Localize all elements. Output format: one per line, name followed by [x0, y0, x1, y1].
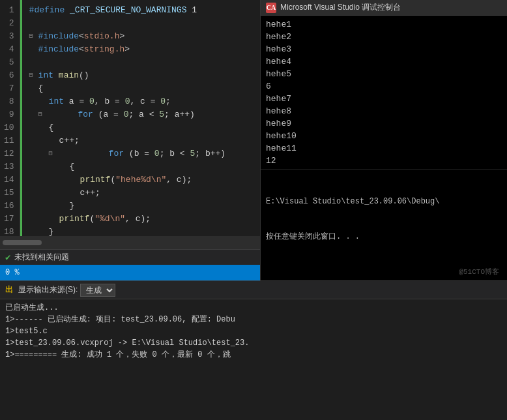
console-watermark: @51CTO博客 — [459, 266, 499, 278]
console-titlebar: CA Microsoft Visual Studio 调试控制台 — [261, 0, 507, 16]
code-line: printf("%d\n", c); — [25, 213, 255, 226]
console-line: hehe2 — [266, 31, 502, 43]
printf-args: , c); — [166, 173, 192, 187]
num-0b: 0 — [125, 95, 130, 108]
fn-parens: () — [79, 69, 89, 82]
code-line: ⊟#include<stdio.h> — [25, 30, 255, 43]
problems-text: 未找到相关问题 — [14, 252, 69, 263]
scroll-row — [0, 236, 260, 249]
str-hehe: "hehe%d\n" — [115, 173, 166, 187]
console-line: hehe11 — [266, 142, 502, 155]
output-source-select[interactable]: 生成 — [80, 284, 115, 297]
editor-panel: 12345 678910 1112131415 1617181920 21 #d… — [0, 0, 261, 280]
include-file2: < — [79, 43, 84, 56]
num-0d: 0 — [124, 108, 129, 121]
console-panel: CA Microsoft Visual Studio 调试控制台 hehe1he… — [261, 0, 507, 280]
code-line: ⊟ for (b = 0; b < 5; b++) — [25, 147, 255, 160]
fold-icon2[interactable]: ⊟ — [29, 69, 37, 82]
code-content[interactable]: #define _CRT_SECURE_NO_WARNINGS 1 ⊟#incl… — [20, 0, 260, 236]
bookmark-bar — [20, 0, 22, 236]
keyword-for2: for — [58, 147, 129, 160]
comma1: , b = — [94, 95, 125, 108]
code-line: ⊟int main() — [25, 69, 255, 82]
fold-icon[interactable]: ⊟ — [29, 30, 37, 43]
brace-close: } — [70, 200, 75, 213]
code-area: 12345 678910 1112131415 1617181920 21 #d… — [0, 0, 260, 236]
code-line: c++; — [25, 187, 255, 200]
output-line: 1>========= 生成: 成功 1 个，失败 0 个，最新 0 个，跳 — [5, 349, 502, 361]
include-name2: string.h — [84, 43, 124, 56]
fold-icon4[interactable]: ⊟ — [49, 147, 57, 160]
console-app-icon: CA — [266, 3, 276, 13]
output-line: 1>------ 已启动生成: 项目: test_23.09.06, 配置: D… — [5, 314, 502, 325]
stmt-c-inc: c++; — [59, 134, 80, 147]
keyword-include2: #include — [38, 43, 79, 56]
code-line — [25, 56, 255, 69]
console-line: hehe10 — [266, 130, 502, 142]
output-source: 显示输出来源(S): 生成 — [18, 284, 115, 297]
code-line — [25, 17, 255, 30]
brace-close2: } — [49, 226, 54, 236]
macro-value: 1 — [186, 4, 197, 17]
keyword-define: #define — [29, 4, 70, 17]
num-0e: 0 — [154, 147, 160, 160]
for-cond-b3: ; b++) — [195, 147, 225, 160]
console-footer: E:\Visual Studio\test_23.09.06\Debug\ 按任… — [261, 169, 507, 280]
output-source-label: 显示输出来源(S): — [18, 284, 78, 295]
console-title: Microsoft Visual Studio 调试控制台 — [280, 2, 401, 13]
output-header: 出 显示输出来源(S): 生成 — [0, 281, 507, 299]
for-cond-a3: ; a++) — [164, 108, 195, 121]
code-line: } — [25, 226, 255, 236]
console-line: hehe4 — [266, 55, 502, 68]
fn-main: main — [59, 69, 79, 82]
console-line: hehe3 — [266, 43, 502, 55]
main-area: 12345 678910 1112131415 1617181920 21 #d… — [0, 0, 507, 280]
output-line: 1>test5.c — [5, 325, 502, 337]
brace-open: { — [38, 82, 44, 95]
zoom-level: 0 % — [5, 268, 20, 277]
fold-icon3[interactable]: ⊟ — [38, 108, 46, 121]
printf-paren2: ( — [89, 213, 94, 226]
code-line: { — [25, 82, 255, 95]
printf-paren: ( — [110, 173, 115, 187]
console-line: hehe8 — [266, 105, 502, 117]
console-press-key: 按任意键关闭此窗口. . . — [266, 231, 502, 243]
console-line: 6 — [266, 80, 502, 93]
keyword-int: int — [38, 69, 59, 82]
num-0c: 0 — [160, 95, 166, 108]
var-a: a = — [69, 95, 89, 108]
code-line: printf("hehe%d\n", c); — [25, 173, 255, 187]
output-line: 1>test_23.09.06.vcxproj -> E:\Visual Stu… — [5, 337, 502, 349]
include-close2: > — [124, 43, 130, 56]
line-numbers: 12345 678910 1112131415 1617181920 21 — [0, 0, 20, 236]
code-line: { — [25, 121, 255, 134]
stmt-c-inc2: c++; — [80, 187, 100, 200]
code-line: int a = 0, b = 0, c = 0; — [25, 95, 255, 108]
include-name: stdio.h — [84, 30, 120, 43]
console-line: 12 — [266, 155, 502, 167]
code-line: ⊟ for (a = 0; a < 5; a++) — [25, 108, 255, 121]
code-line: c++; — [25, 134, 255, 147]
output-tab-label[interactable]: 出 — [5, 284, 13, 295]
console-line: hehe5 — [266, 68, 502, 80]
code-line: #include<string.h> — [25, 43, 255, 56]
keyword-for: for — [48, 108, 98, 121]
code-line: } — [25, 200, 255, 213]
code-line: { — [25, 160, 255, 173]
output-line: 已启动生成... — [5, 302, 502, 314]
comma2: , c = — [130, 95, 160, 108]
console-line: hehe7 — [266, 93, 502, 105]
console-line: hehe9 — [266, 117, 502, 130]
output-content: 已启动生成...1>------ 已启动生成: 项目: test_23.09.0… — [0, 299, 507, 420]
fn-printf: printf — [80, 173, 111, 187]
num-5a: 5 — [159, 108, 164, 121]
keyword-include: #include — [38, 30, 79, 43]
code-line: #define _CRT_SECURE_NO_WARNINGS 1 — [25, 4, 255, 17]
check-icon: ✔ — [5, 252, 10, 263]
brace-open3: { — [70, 160, 75, 173]
scrollbar[interactable] — [3, 240, 42, 245]
output-panel: 出 显示输出来源(S): 生成 已启动生成...1>------ 已启动生成: … — [0, 280, 507, 420]
console-output: hehe1hehe2hehe3hehe4hehe56hehe7hehe8hehe… — [261, 16, 507, 169]
brace-open2: { — [49, 121, 54, 134]
str-pct: "%d\n" — [94, 213, 125, 226]
